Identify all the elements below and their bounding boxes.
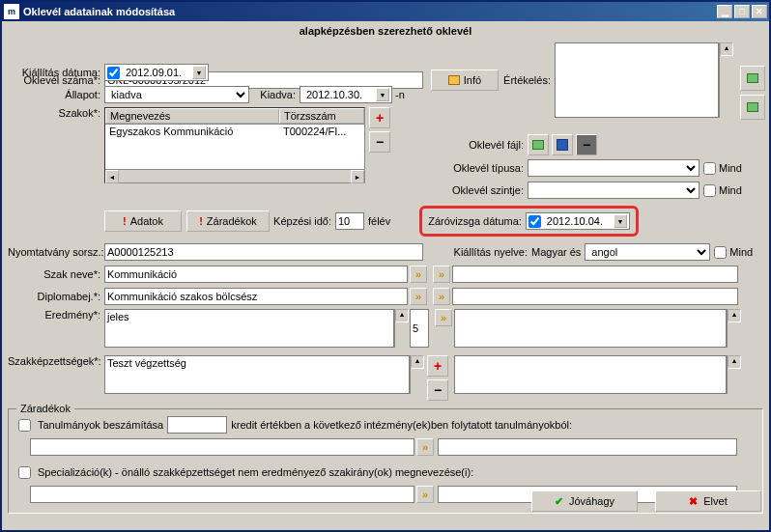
folder-import-icon <box>747 73 758 83</box>
tanulmanyok-extra-input[interactable] <box>438 438 737 456</box>
label-szak-neve: Szak neve: <box>8 268 104 280</box>
zarovizsga-dropdown[interactable] <box>614 214 627 228</box>
label-eredmeny: Eredmény: <box>8 309 104 321</box>
tanulmanyok-intezmeny-input[interactable] <box>30 438 414 456</box>
szak-neve-extra-input[interactable] <box>452 266 738 283</box>
kredit-input[interactable] <box>167 416 227 434</box>
szakok-add-button[interactable]: + <box>369 107 390 128</box>
minimize-button[interactable]: ▁ <box>717 5 732 18</box>
eredmeny-num-input[interactable] <box>410 309 429 348</box>
zarovizsga-check[interactable] <box>528 215 541 228</box>
ertekeles-textarea[interactable] <box>555 42 719 118</box>
tanulmanyok-browse[interactable]: » <box>416 438 434 456</box>
jovahagy-button[interactable]: ✔ Jóváhagy <box>531 490 638 512</box>
szint-mind-check[interactable] <box>703 184 716 197</box>
oklevel-tipusa-select[interactable] <box>528 159 700 177</box>
szak-neve-browse-left[interactable]: » <box>410 266 427 283</box>
szak-neve-input[interactable] <box>104 266 408 283</box>
eredmeny-extra-scroll[interactable] <box>727 309 740 348</box>
label-tanulmanyok: Tanulmányok beszámítása <box>34 419 167 431</box>
diplomabej-browse-left[interactable]: » <box>410 288 427 305</box>
import-button[interactable] <box>740 66 765 91</box>
label-kepzesi-ido: Képzési idő: <box>270 215 335 227</box>
nyelv-mind-check[interactable] <box>714 246 727 259</box>
window-title: Oklevél adatainak módosítása <box>23 6 717 17</box>
szakok-row[interactable]: Egyszakos Kommunikáció T000224/FI... <box>105 125 364 138</box>
oklevel-fajl-remove-button[interactable]: − <box>576 134 597 155</box>
label-allapot: Állapot: <box>8 89 104 100</box>
minus-icon: − <box>583 137 590 153</box>
specializaciok-check[interactable] <box>18 466 31 479</box>
export-button[interactable] <box>740 95 765 120</box>
save-icon <box>557 139 568 151</box>
label-kredit-ertekben: kredit értékben a következő intézmény(ek… <box>227 419 572 431</box>
kiallitas-datuma-dropdown[interactable] <box>192 66 206 79</box>
szakkep-scroll[interactable] <box>410 355 423 394</box>
label-magyar-es: Magyar és <box>531 246 585 258</box>
folder-icon <box>448 75 460 85</box>
eredmeny-extra-textarea[interactable] <box>454 309 727 348</box>
zarovizsga-date-field[interactable]: 2012.10.04. <box>526 212 630 230</box>
szakok-header: Megnevezés Törzsszám <box>105 108 364 125</box>
check-icon: ✔ <box>555 495 563 508</box>
kepzesi-ido-input[interactable] <box>335 212 364 230</box>
folder-export-icon <box>747 102 758 112</box>
label-oklevel-szintje: Oklevél szintje: <box>448 184 528 196</box>
kiallitas-datuma-field[interactable]: 2012.09.01. <box>104 64 209 81</box>
oklevel-szintje-select[interactable] <box>528 182 700 199</box>
oklevel-fajl-open-button[interactable] <box>528 134 549 155</box>
szakkep-remove-button[interactable]: − <box>427 379 448 401</box>
szakok-hscroll[interactable] <box>105 169 364 182</box>
label-nyomtatvany: Nyomtatvány sorsz.: <box>8 246 104 258</box>
adatok-button[interactable]: ! Adatok <box>104 210 182 232</box>
szakkepzettsegek-extra-textarea[interactable] <box>454 355 727 394</box>
close-button[interactable]: ✕ <box>752 5 767 18</box>
diplomabej-extra-input[interactable] <box>452 288 738 305</box>
elvet-button[interactable]: ✖ Elvet <box>655 490 761 512</box>
titlebar: m Oklevél adatainak módosítása ▁ □ ✕ <box>2 2 769 21</box>
tanulmanyok-check[interactable] <box>18 419 31 432</box>
warning-icon: ! <box>123 215 127 227</box>
label-mind: Mind <box>719 162 742 174</box>
zarovizsga-highlight: Záróvizsga dátuma: 2012.10.04. <box>419 206 639 237</box>
tipus-mind-check[interactable] <box>703 162 716 175</box>
minus-icon: − <box>376 134 384 150</box>
minus-icon: − <box>434 382 442 398</box>
szakok-remove-button[interactable]: − <box>369 131 390 153</box>
zaradekok-button[interactable]: ! Záradékok <box>186 210 270 232</box>
label-ertekeles: Értékelés: <box>499 74 555 86</box>
kiallitas-datuma-check[interactable] <box>107 67 120 79</box>
kiadva-date-field[interactable]: 2012.10.30. <box>300 86 392 103</box>
specializaciok-input[interactable] <box>30 486 414 503</box>
ertekeles-scrollbar[interactable] <box>719 42 732 118</box>
label-specializaciok: Specializáció(k) - önálló szakképzettség… <box>34 466 473 478</box>
szakkep-add-button[interactable]: + <box>427 355 448 377</box>
szakkep-extra-scroll[interactable] <box>727 355 740 394</box>
maximize-button[interactable]: □ <box>734 5 750 18</box>
allapot-select[interactable]: kiadva <box>104 86 249 103</box>
open-icon <box>532 140 544 150</box>
szak-neve-browse-right[interactable]: » <box>433 266 450 283</box>
kiadva-date-dropdown[interactable] <box>376 88 389 101</box>
kiallitas-nyelve-select[interactable]: angol <box>585 243 710 261</box>
nyomtatvany-input[interactable] <box>104 243 423 261</box>
label-diplomabej: Diplomabej.: <box>8 291 104 302</box>
label-mind: Mind <box>719 184 742 196</box>
label-oklevel-fajl: Oklevél fájl: <box>448 139 528 151</box>
eredmeny-browse[interactable]: » <box>435 309 452 326</box>
label-szakkepzettsegek: Szakképzettségek: <box>8 355 104 367</box>
specializaciok-browse[interactable]: » <box>416 486 434 503</box>
diplomabej-input[interactable] <box>104 288 408 305</box>
warning-icon: ! <box>199 215 203 227</box>
eredmeny-scroll[interactable] <box>394 309 408 348</box>
szakok-listbox[interactable]: Megnevezés Törzsszám Egyszakos Kommuniká… <box>104 107 365 183</box>
oklevel-fajl-save-button[interactable] <box>552 134 573 155</box>
plus-icon: + <box>434 358 442 374</box>
label-oklevel-tipusa: Oklevél típusa: <box>448 162 528 174</box>
eredmeny-textarea[interactable] <box>104 309 394 348</box>
info-button[interactable]: Infó <box>431 70 499 91</box>
diplomabej-browse-right[interactable]: » <box>433 288 450 305</box>
szakkepzettsegek-textarea[interactable] <box>104 355 410 394</box>
x-icon: ✖ <box>689 495 698 508</box>
label-zarovizsga-datuma: Záróvizsga dátuma: <box>428 215 522 227</box>
